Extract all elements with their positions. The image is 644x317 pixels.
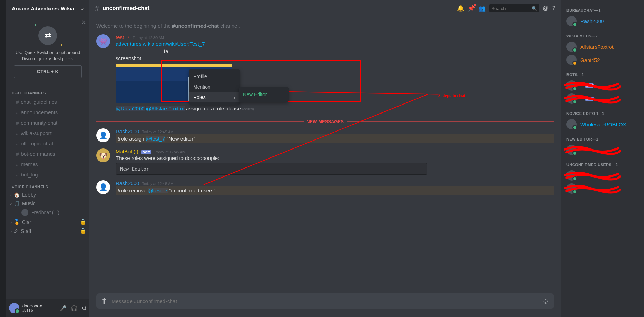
channel-name: memes bbox=[21, 161, 38, 167]
ctx-roles[interactable]: Roles› bbox=[189, 92, 240, 102]
username[interactable]: Rash2000 bbox=[116, 180, 139, 186]
hash-icon: # bbox=[16, 161, 19, 167]
members-toggle-icon[interactable]: 👥 bbox=[478, 5, 486, 12]
server-header[interactable]: Arcane Adventures Wikia ⌵ bbox=[6, 0, 89, 17]
voice-channel[interactable]: ⌵🖊Staff🔒 bbox=[6, 226, 89, 235]
message: 👤 Rash2000 Today at 12:45 AM !role assig… bbox=[96, 128, 554, 148]
text-channel[interactable]: #off_topic_chat bbox=[9, 138, 87, 148]
text-channel[interactable]: #bot_log bbox=[9, 170, 87, 180]
main-column: # unconfirmed-chat 🔔 📌 👥 🔍 @ ? Welcome t… bbox=[89, 0, 561, 317]
text-channel[interactable]: #community-chat bbox=[9, 118, 87, 128]
text: These roles were assigned to doooooooopl… bbox=[116, 154, 554, 162]
pinned-icon[interactable]: 📌 bbox=[468, 5, 475, 12]
timestamp: Today at 12:30 AM bbox=[133, 36, 164, 40]
messages-area[interactable]: Welcome to the beginning of the #unconfi… bbox=[89, 17, 561, 293]
mention[interactable]: @Rash2000 bbox=[116, 106, 145, 111]
member[interactable]: AllstarsFoxtrot bbox=[566, 40, 641, 53]
message-input[interactable] bbox=[111, 298, 538, 304]
qs-text-1: Use Quick Switcher to get around bbox=[12, 50, 84, 56]
hash-icon: # bbox=[16, 109, 19, 115]
ctx-profile[interactable]: Profile bbox=[189, 71, 240, 82]
quick-switcher-box: ✕ ⇄ Use Quick Switcher to get around Dis… bbox=[6, 17, 89, 83]
member[interactable]: WholesaleROBLOX bbox=[566, 118, 641, 131]
search-input[interactable] bbox=[491, 6, 531, 11]
text: !role remove @test_7 "unconfirmed users" bbox=[116, 186, 554, 195]
upload-icon[interactable]: ⬆ bbox=[101, 297, 107, 306]
member[interactable] bbox=[566, 169, 641, 182]
username[interactable]: Rash2000 bbox=[116, 128, 139, 134]
text-channel[interactable]: #wikia-support bbox=[9, 128, 87, 138]
voice-channel[interactable]: ⌵🏅Clan🔒 bbox=[6, 217, 89, 226]
text: !role assign @test_7 "New editor" bbox=[116, 134, 554, 143]
text: @Rash2000 @AllstarsFoxtrot assign me a r… bbox=[116, 105, 554, 112]
channel-name: Music bbox=[22, 200, 35, 206]
hash-icon: # bbox=[16, 172, 19, 178]
member[interactable] bbox=[566, 182, 641, 195]
hash-icon: # bbox=[16, 130, 19, 136]
member-name: AllstarsFoxtrot bbox=[580, 44, 614, 50]
avatar[interactable]: 👤 bbox=[96, 128, 110, 142]
title-bar: # unconfirmed-chat 🔔 📌 👥 🔍 @ ? bbox=[89, 0, 561, 17]
avatar bbox=[566, 93, 577, 104]
help-icon[interactable]: ? bbox=[552, 5, 555, 12]
message: 👤 Rash2000 Today at 12:45 AM !role remov… bbox=[96, 180, 554, 200]
channel-name: Clan bbox=[22, 219, 33, 225]
ctrl-k-button[interactable]: CTRL + K bbox=[14, 65, 82, 78]
settings-icon[interactable]: ⚙ bbox=[82, 305, 87, 311]
member[interactable]: Rash2000 bbox=[566, 15, 641, 28]
voice-channel[interactable]: ⌵🏠Lobby bbox=[6, 190, 89, 199]
search-icon: 🔍 bbox=[531, 6, 537, 11]
mentions-icon[interactable]: @ bbox=[543, 5, 548, 12]
notifications-icon[interactable]: 🔔 bbox=[457, 5, 464, 12]
mute-icon[interactable]: 🎤 bbox=[60, 305, 66, 311]
bot-tag: BOT bbox=[585, 83, 594, 88]
search-box[interactable]: 🔍 bbox=[489, 4, 539, 12]
text-channel[interactable]: #announcements bbox=[9, 107, 87, 117]
text-channel[interactable]: #bot-commands bbox=[9, 149, 87, 159]
avatar bbox=[566, 170, 577, 181]
role-heading: BOTS—2 bbox=[566, 73, 641, 77]
channel-name: chat_guidelines bbox=[21, 99, 57, 105]
member[interactable] bbox=[566, 143, 641, 156]
text-channel[interactable]: #memes bbox=[9, 159, 87, 169]
channel-title: unconfirmed-chat bbox=[102, 5, 149, 11]
text: screenshot bbox=[116, 55, 554, 62]
welcome-text: Welcome to the beginning of the #unconfi… bbox=[96, 23, 554, 29]
close-icon[interactable]: ✕ bbox=[81, 19, 86, 26]
voice-channel[interactable]: ⌵🎵Music bbox=[6, 199, 89, 208]
link[interactable]: adventures.wikia.com/wiki/User:Test_7 bbox=[116, 41, 205, 47]
emoji-icon[interactable]: ☺ bbox=[542, 297, 549, 305]
role-new-editor[interactable]: New Editor bbox=[239, 89, 289, 100]
text-channels-heading: TEXT CHANNELS bbox=[6, 86, 89, 97]
text-channel[interactable]: #chat_guidelines bbox=[9, 97, 87, 107]
chevron-icon: ⌵ bbox=[10, 193, 12, 197]
avatar[interactable]: 🐶 bbox=[96, 148, 110, 162]
chevron-icon: ⌵ bbox=[10, 220, 12, 224]
channel-name: Lobby bbox=[22, 192, 36, 198]
mention[interactable]: @test_7 bbox=[148, 188, 168, 193]
channel-name: off_topic_chat bbox=[21, 141, 53, 146]
self-avatar[interactable] bbox=[9, 303, 19, 313]
avatar[interactable]: 👾 bbox=[96, 34, 110, 48]
voice-user[interactable]: Fredboat (...) bbox=[6, 208, 89, 217]
avatar[interactable]: 👤 bbox=[96, 180, 110, 194]
voice-username: Fredboat (...) bbox=[31, 210, 59, 215]
deafen-icon[interactable]: 🎧 bbox=[71, 305, 78, 311]
avatar bbox=[566, 42, 577, 52]
member[interactable]: BOT bbox=[566, 92, 641, 105]
ctx-mention[interactable]: Mention bbox=[189, 82, 240, 92]
hash-icon: # bbox=[16, 141, 19, 146]
hash-icon: # bbox=[95, 4, 99, 13]
qs-text-2: Discord quickly. Just press: bbox=[12, 56, 84, 62]
mention[interactable]: @AllstarsFoxtrot bbox=[146, 106, 185, 111]
context-menu: Profile Mention Roles› bbox=[189, 69, 240, 105]
member-name: Rash2000 bbox=[580, 18, 604, 24]
username[interactable]: test_7 bbox=[116, 34, 130, 40]
mention[interactable]: @test_7 bbox=[146, 136, 165, 142]
channel-emoji-icon: 🏅 bbox=[14, 219, 20, 225]
member[interactable]: BOT bbox=[566, 79, 641, 92]
message-input-bar[interactable]: ⬆ ☺ bbox=[96, 293, 554, 309]
member[interactable]: Gani452 bbox=[566, 53, 641, 66]
swap-arrows-icon: ⇄ bbox=[38, 26, 57, 45]
username[interactable]: MatBot (!) bbox=[116, 148, 138, 154]
